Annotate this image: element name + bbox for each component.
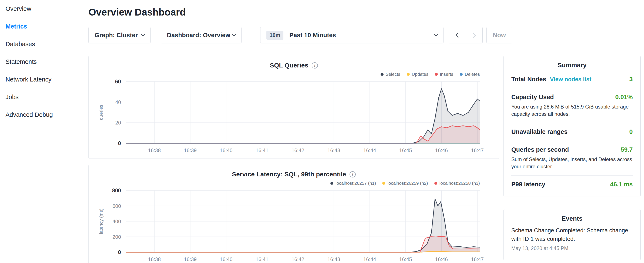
view-nodes-list-link[interactable]: View nodes list xyxy=(550,76,592,83)
events-title: Events xyxy=(511,215,633,222)
time-window-back-button[interactable] xyxy=(448,27,466,43)
summary-value: 0.01% xyxy=(615,94,633,101)
sidebar-item-metrics[interactable]: Metrics xyxy=(6,18,85,35)
summary-label: Total Nodes xyxy=(511,76,546,83)
legend-item[interactable]: Updates xyxy=(407,72,428,77)
sidebar-item-overview[interactable]: Overview xyxy=(6,0,85,18)
chevron-right-icon xyxy=(471,33,476,38)
svg-text:16:42: 16:42 xyxy=(292,147,304,153)
legend-label: Deletes xyxy=(465,72,480,77)
legend-item[interactable]: Inserts xyxy=(435,72,453,77)
svg-text:600: 600 xyxy=(112,203,121,209)
summary-value: 3 xyxy=(629,76,633,83)
time-window-forward-button[interactable] xyxy=(466,27,483,43)
event-timestamp: May 13, 2020 at 4:45 PM xyxy=(511,245,633,251)
legend-item[interactable]: localhost:26258 (n3) xyxy=(434,181,480,186)
legend-dot xyxy=(380,73,384,76)
legend-label: localhost:26259 (n2) xyxy=(388,181,428,186)
info-icon[interactable]: i xyxy=(350,171,356,177)
summary-label: P99 latency xyxy=(511,181,545,188)
info-icon[interactable]: i xyxy=(312,62,318,69)
dashboard-dropdown[interactable]: Dashboard: Overview xyxy=(161,27,242,43)
legend-item[interactable]: localhost:26257 (n1) xyxy=(330,181,376,186)
svg-text:16:43: 16:43 xyxy=(328,256,340,262)
chevron-down-icon xyxy=(434,32,438,36)
content-row: SQL Queries i SelectsUpdatesInsertsDelet… xyxy=(88,56,640,263)
summary-description: You are using 28.6 MiB of 515.9 GiB usab… xyxy=(511,103,633,117)
sidebar-item-label: Overview xyxy=(6,5,31,12)
summary-label: Unavailable ranges xyxy=(511,128,568,135)
legend-item[interactable]: Deletes xyxy=(460,72,480,77)
svg-text:0: 0 xyxy=(118,140,121,146)
svg-text:60: 60 xyxy=(115,79,121,85)
main-content: Overview Dashboard Graph: Cluster Dashbo… xyxy=(85,0,644,263)
legend-label: localhost:26257 (n1) xyxy=(336,181,376,186)
left-navigation: Overview Metrics Databases Statements Ne… xyxy=(0,0,85,263)
sidebar-item-jobs[interactable]: Jobs xyxy=(6,88,85,106)
now-button[interactable]: Now xyxy=(486,27,512,43)
svg-text:16:44: 16:44 xyxy=(363,256,376,262)
event-text: Schema Change Completed: Schema change w… xyxy=(511,226,633,243)
summary-panel: Summary Total Nodes View nodes list 3 Ca… xyxy=(504,56,640,196)
legend-label: Updates xyxy=(412,72,428,77)
chart-header: Service Latency: SQL, 99th percentile i xyxy=(94,169,494,179)
toolbar: Graph: Cluster Dashboard: Overview 10m P… xyxy=(88,27,640,43)
svg-text:16:39: 16:39 xyxy=(184,256,197,262)
svg-text:16:44: 16:44 xyxy=(363,147,376,153)
sidebar-item-label: Metrics xyxy=(6,23,27,30)
chart-plot[interactable]: 16:3816:3916:4016:4116:4216:4316:4416:45… xyxy=(94,187,494,263)
legend-dot xyxy=(330,182,333,185)
sidebar-item-label: Databases xyxy=(6,41,35,48)
summary-value: 46.1 ms xyxy=(610,181,633,188)
chart-title: Service Latency: SQL, 99th percentile xyxy=(232,171,346,178)
summary-value: 59.7 xyxy=(621,146,633,153)
chevron-left-icon xyxy=(456,33,460,38)
sql-queries-chart-panel: SQL Queries i SelectsUpdatesInsertsDelet… xyxy=(88,56,499,159)
sidebar-item-network-latency[interactable]: Network Latency xyxy=(6,71,85,88)
summary-title: Summary xyxy=(511,62,633,69)
chevron-down-icon xyxy=(232,32,236,36)
svg-text:16:40: 16:40 xyxy=(220,147,232,153)
summary-value: 0 xyxy=(629,128,633,135)
chart-title: SQL Queries xyxy=(270,62,308,69)
legend-dot xyxy=(460,73,463,76)
time-window-badge: 10m xyxy=(266,31,284,40)
svg-text:latency (ms): latency (ms) xyxy=(98,208,104,234)
svg-text:16:43: 16:43 xyxy=(328,147,340,153)
time-window-dropdown[interactable]: 10m Past 10 Minutes xyxy=(260,27,444,43)
svg-text:16:45: 16:45 xyxy=(399,256,412,262)
svg-text:16:42: 16:42 xyxy=(292,256,304,262)
events-panel: Events Schema Change Completed: Schema c… xyxy=(504,209,640,260)
legend-item[interactable]: Selects xyxy=(380,72,400,77)
legend-label: localhost:26258 (n3) xyxy=(440,181,480,186)
dashboard-label: Dashboard: Overview xyxy=(167,32,230,39)
summary-row-total-nodes: Total Nodes View nodes list 3 xyxy=(511,70,633,88)
event-list-item[interactable]: Schema Change Completed: Schema change w… xyxy=(511,226,633,251)
legend-dot xyxy=(435,73,438,76)
svg-text:16:38: 16:38 xyxy=(148,256,161,262)
legend-item[interactable]: localhost:26259 (n2) xyxy=(382,181,428,186)
svg-text:16:45: 16:45 xyxy=(399,147,412,153)
sidebar-item-advanced-debug[interactable]: Advanced Debug xyxy=(6,106,85,124)
chevron-down-icon xyxy=(141,32,145,36)
graph-scope-dropdown[interactable]: Graph: Cluster xyxy=(88,27,150,43)
sidebar-item-databases[interactable]: Databases xyxy=(6,35,85,53)
svg-text:16:47: 16:47 xyxy=(471,147,484,153)
legend-dot xyxy=(407,73,410,76)
svg-text:200: 200 xyxy=(112,234,121,240)
svg-text:0: 0 xyxy=(118,249,121,255)
sidebar-item-statements[interactable]: Statements xyxy=(6,53,85,71)
svg-text:20: 20 xyxy=(115,120,121,126)
chart-plot[interactable]: 16:3816:3916:4016:4116:4216:4316:4416:45… xyxy=(94,78,494,156)
sidebar-item-label: Network Latency xyxy=(6,76,52,83)
svg-text:16:41: 16:41 xyxy=(256,256,268,262)
summary-row-p99-latency: P99 latency 46.1 ms xyxy=(511,176,633,193)
page-title: Overview Dashboard xyxy=(88,7,640,18)
chart-legend: SelectsUpdatesInsertsDeletes xyxy=(94,70,494,78)
legend-label: Inserts xyxy=(440,72,453,77)
svg-text:40: 40 xyxy=(115,99,121,105)
summary-label: Queries per second xyxy=(511,146,569,153)
graph-scope-label: Graph: Cluster xyxy=(94,32,138,39)
right-sidebar: Summary Total Nodes View nodes list 3 Ca… xyxy=(504,56,640,263)
sidebar-item-label: Statements xyxy=(6,58,37,65)
